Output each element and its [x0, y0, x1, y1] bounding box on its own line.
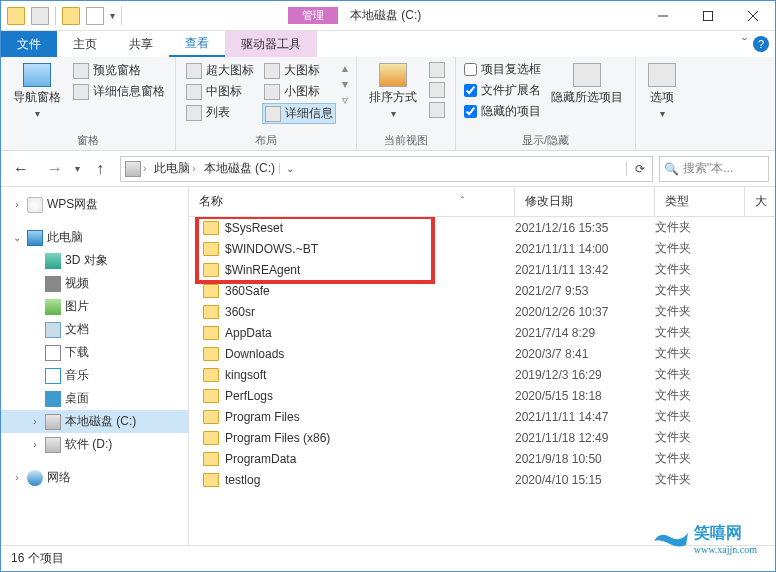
address-dropdown[interactable]: ⌄	[279, 163, 299, 174]
col-name[interactable]: 名称ˆ	[189, 187, 515, 216]
chevron-down-icon[interactable]: ▾	[110, 10, 115, 21]
details-view-button[interactable]: 详细信息	[262, 103, 336, 124]
file-name: $WINDOWS.~BT	[225, 242, 318, 256]
add-columns-button[interactable]	[427, 81, 447, 99]
maximize-button[interactable]	[685, 1, 730, 31]
table-row[interactable]: Program Files2021/11/11 14:47文件夹	[189, 406, 775, 427]
nav-pane-button[interactable]: 导航窗格 ▾	[9, 61, 65, 121]
table-row[interactable]: $SysReset2021/12/16 15:35文件夹	[189, 217, 775, 238]
icons-lg-icon	[264, 63, 280, 79]
tree-item[interactable]: 桌面	[1, 387, 188, 410]
table-row[interactable]: $WINDOWS.~BT2021/11/11 14:00文件夹	[189, 238, 775, 259]
table-row[interactable]: 360sr2020/12/26 10:37文件夹	[189, 301, 775, 322]
file-date: 2021/2/7 9:53	[515, 284, 655, 298]
small-icons-button[interactable]: 小图标	[262, 82, 336, 101]
options-button[interactable]: 选项 ▾	[644, 61, 680, 121]
search-input[interactable]: 🔍 搜索"本...	[659, 156, 769, 182]
tree-item[interactable]: 音乐	[1, 364, 188, 387]
tab-file[interactable]: 文件	[1, 31, 57, 57]
group-by-button[interactable]	[427, 61, 447, 79]
details-pane-button[interactable]: 详细信息窗格	[71, 82, 167, 101]
table-row[interactable]: $WinREAgent2021/11/11 13:42文件夹	[189, 259, 775, 280]
file-date: 2021/11/11 14:47	[515, 410, 655, 424]
preview-pane-icon	[73, 63, 89, 79]
collapse-ribbon-icon[interactable]: ˇ	[742, 36, 747, 52]
breadcrumb-pc[interactable]: 此电脑 ›	[150, 160, 199, 177]
chevron-right-icon[interactable]: ›	[192, 163, 195, 174]
extra-large-icons-button[interactable]: 超大图标	[184, 61, 256, 80]
file-list[interactable]: $SysReset2021/12/16 15:35文件夹$WINDOWS.~BT…	[189, 217, 775, 545]
tree-item[interactable]: ›本地磁盘 (C:)	[1, 410, 188, 433]
tree-item[interactable]: 视频	[1, 272, 188, 295]
expand-icon[interactable]: ⌄	[11, 232, 23, 243]
col-date[interactable]: 修改日期	[515, 187, 655, 216]
tree-item[interactable]: 文档	[1, 318, 188, 341]
address-bar[interactable]: › 此电脑 › 本地磁盘 (C:) ⌄ ⟳	[120, 156, 653, 182]
nav-tree[interactable]: ›WPS网盘⌄此电脑3D 对象视频图片文档下载音乐桌面›本地磁盘 (C:)›软件…	[1, 187, 189, 545]
refresh-button[interactable]: ⟳	[626, 162, 652, 176]
table-row[interactable]: Downloads2020/3/7 8:41文件夹	[189, 343, 775, 364]
large-icons-button[interactable]: 大图标	[262, 61, 336, 80]
hidden-items-toggle[interactable]: 隐藏的项目	[464, 103, 541, 120]
scroll-down-icon[interactable]: ▾	[342, 77, 348, 91]
minimize-button[interactable]	[640, 1, 685, 31]
help-icon[interactable]: ?	[753, 36, 769, 52]
file-type: 文件夹	[655, 324, 745, 341]
forward-button[interactable]: →	[41, 155, 69, 183]
fit-columns-button[interactable]	[427, 101, 447, 119]
tree-icon	[45, 368, 61, 384]
expand-icon[interactable]: ▿	[342, 93, 348, 107]
tree-item[interactable]: 图片	[1, 295, 188, 318]
table-row[interactable]: 360Safe2021/2/7 9:53文件夹	[189, 280, 775, 301]
table-row[interactable]: kingsoft2019/12/3 16:29文件夹	[189, 364, 775, 385]
table-row[interactable]: ProgramData2021/9/18 10:50文件夹	[189, 448, 775, 469]
folder-icon[interactable]	[62, 7, 80, 25]
chevron-right-icon[interactable]: ›	[143, 163, 146, 174]
sort-by-label: 排序方式	[369, 89, 417, 106]
tree-item[interactable]: 下载	[1, 341, 188, 364]
scroll-up-icon[interactable]: ▴	[342, 61, 348, 75]
sort-by-button[interactable]: 排序方式 ▾	[365, 61, 421, 121]
list-button[interactable]: 列表	[184, 103, 256, 122]
table-row[interactable]: testlog2020/4/10 15:15文件夹	[189, 469, 775, 490]
tab-view[interactable]: 查看	[169, 31, 225, 57]
group-label: 布局	[184, 131, 348, 148]
folder-icon	[203, 263, 219, 277]
properties-icon[interactable]	[31, 7, 49, 25]
expand-icon[interactable]: ›	[29, 439, 41, 450]
file-ext-toggle[interactable]: 文件扩展名	[464, 82, 541, 99]
column-headers: 名称ˆ 修改日期 类型 大	[189, 187, 775, 217]
tree-item[interactable]: 3D 对象	[1, 249, 188, 272]
tree-item[interactable]: ›WPS网盘	[1, 193, 188, 216]
table-row[interactable]: PerfLogs2020/5/15 18:18文件夹	[189, 385, 775, 406]
table-row[interactable]: AppData2021/7/14 8:29文件夹	[189, 322, 775, 343]
expand-icon[interactable]: ›	[11, 199, 23, 210]
up-button[interactable]: ↑	[86, 155, 114, 183]
table-row[interactable]: Program Files (x86)2021/11/18 12:49文件夹	[189, 427, 775, 448]
hide-selected-button[interactable]: 隐藏所选项目	[547, 61, 627, 108]
qat-button[interactable]	[86, 7, 104, 25]
tree-item[interactable]: ›网络	[1, 466, 188, 489]
expand-icon[interactable]: ›	[11, 472, 23, 483]
close-button[interactable]	[730, 1, 775, 31]
medium-icons-button[interactable]: 中图标	[184, 82, 256, 101]
tab-drive-tools[interactable]: 驱动器工具	[225, 31, 317, 57]
history-dropdown[interactable]: ▾	[75, 163, 80, 174]
expand-icon[interactable]: ›	[29, 416, 41, 427]
tab-share[interactable]: 共享	[113, 31, 169, 57]
tab-home[interactable]: 主页	[57, 31, 113, 57]
file-pane: 名称ˆ 修改日期 类型 大 $SysReset2021/12/16 15:35文…	[189, 187, 775, 545]
col-size[interactable]: 大	[745, 187, 775, 216]
tree-icon	[45, 391, 61, 407]
group-label: 当前视图	[365, 131, 447, 148]
breadcrumb-drive[interactable]: 本地磁盘 (C:)	[200, 160, 279, 177]
status-bar: 16 个项目	[1, 545, 775, 571]
tree-item[interactable]: ›软件 (D:)	[1, 433, 188, 456]
group-options: 选项 ▾	[636, 57, 688, 150]
item-checkboxes-toggle[interactable]: 项目复选框	[464, 61, 541, 78]
preview-pane-button[interactable]: 预览窗格	[71, 61, 167, 80]
group-icon	[429, 62, 445, 78]
tree-item[interactable]: ⌄此电脑	[1, 226, 188, 249]
back-button[interactable]: ←	[7, 155, 35, 183]
col-type[interactable]: 类型	[655, 187, 745, 216]
